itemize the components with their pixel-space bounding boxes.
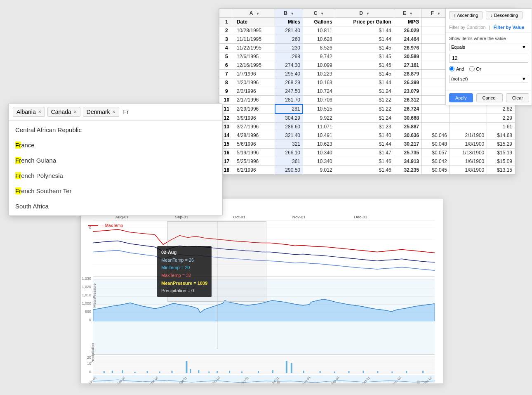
- radio-and[interactable]: And: [449, 66, 464, 71]
- list-item[interactable]: French Southern Ter: [9, 183, 222, 199]
- table-cell[interactable]: 286.60: [275, 123, 303, 131]
- table-cell[interactable]: 5/6/1996: [234, 140, 275, 149]
- table-cell[interactable]: 281.40: [275, 26, 303, 35]
- table-cell[interactable]: 12/16/1995: [234, 61, 275, 70]
- table-cell[interactable]: $0.042: [422, 157, 450, 166]
- sort-ascending-btn[interactable]: ↑ Ascending: [449, 11, 483, 19]
- col-header-c[interactable]: C ▼: [303, 9, 335, 18]
- table-cell[interactable]: 247.50: [275, 87, 303, 96]
- tag-albania[interactable]: Albania ×: [13, 107, 45, 117]
- table-cell[interactable]: 9.012: [303, 166, 335, 175]
- table-cell[interactable]: 1.61: [487, 123, 515, 131]
- table-cell[interactable]: $1.47: [335, 149, 394, 157]
- list-item[interactable]: France: [9, 137, 222, 153]
- list-item[interactable]: South Africa: [9, 199, 222, 214]
- table-cell[interactable]: $1.46: [335, 157, 394, 166]
- filter-clear-btn[interactable]: Clear: [506, 93, 529, 102]
- table-cell[interactable]: $1.44: [335, 140, 394, 149]
- table-cell[interactable]: 304.29: [275, 114, 303, 123]
- table-cell[interactable]: 10.515: [303, 104, 335, 114]
- table-cell[interactable]: 8.526: [303, 44, 335, 52]
- table-cell[interactable]: 30.217: [394, 140, 422, 149]
- table-cell[interactable]: 6/2/1996: [234, 166, 275, 175]
- table-cell[interactable]: 2/17/1996: [234, 96, 275, 105]
- tag-remove[interactable]: ×: [38, 109, 41, 115]
- table-cell[interactable]: 8: [219, 78, 234, 87]
- table-cell[interactable]: 1/20/1996: [234, 78, 275, 87]
- table-cell[interactable]: 2/1/1900: [450, 131, 487, 140]
- list-item[interactable]: Central African Republic: [9, 122, 222, 137]
- table-cell[interactable]: $1.22: [335, 104, 394, 114]
- table-cell[interactable]: 32.235: [394, 166, 422, 175]
- table-cell[interactable]: $15.19: [487, 149, 515, 157]
- table-cell[interactable]: 26.029: [394, 26, 422, 35]
- table-cell[interactable]: 12/6/1995: [234, 52, 275, 61]
- table-cell[interactable]: 281: [275, 104, 303, 114]
- table-cell[interactable]: 5/25/1996: [234, 157, 275, 166]
- table-cell[interactable]: $13.15: [487, 166, 515, 175]
- table-cell[interactable]: 9.742: [303, 52, 335, 61]
- table-cell[interactable]: 34.913: [394, 157, 422, 166]
- table-cell[interactable]: 298: [275, 52, 303, 61]
- table-cell[interactable]: 1/7/1996: [234, 70, 275, 78]
- table-cell[interactable]: 3/9/1996: [234, 114, 275, 123]
- table-cell[interactable]: 1/13/1900: [450, 149, 487, 157]
- table-cell[interactable]: 10.491: [303, 131, 335, 140]
- table-cell[interactable]: 5/19/1996: [234, 149, 275, 157]
- table-cell[interactable]: 321: [275, 140, 303, 149]
- table-cell[interactable]: 2/3/1996: [234, 87, 275, 96]
- table-cell[interactable]: 28.879: [394, 70, 422, 78]
- table-cell[interactable]: 10/28/1995: [234, 26, 275, 35]
- table-cell[interactable]: 268.29: [275, 78, 303, 87]
- table-cell[interactable]: 281.70: [275, 96, 303, 105]
- table-cell[interactable]: $0.045: [422, 166, 450, 175]
- list-item[interactable]: French Polynesia: [9, 168, 222, 183]
- table-cell[interactable]: [450, 104, 487, 114]
- filter-value-input[interactable]: [449, 54, 528, 63]
- col-header-a[interactable]: A ▼: [234, 9, 275, 18]
- table-cell[interactable]: 361: [275, 157, 303, 166]
- table-cell[interactable]: 10.229: [303, 70, 335, 78]
- table-cell[interactable]: [422, 114, 450, 123]
- table-cell[interactable]: $1.22: [335, 96, 394, 105]
- table-cell[interactable]: 4: [219, 44, 234, 52]
- table-cell[interactable]: 1/8/1900: [450, 166, 487, 175]
- table-cell[interactable]: $1.44: [335, 35, 394, 44]
- filter-apply-btn[interactable]: Apply: [449, 93, 473, 102]
- table-cell[interactable]: 3/27/1996: [234, 123, 275, 131]
- filter-cancel-btn[interactable]: Cancel: [476, 93, 503, 102]
- table-cell[interactable]: $1.44: [335, 78, 394, 87]
- table-cell[interactable]: 26.399: [394, 78, 422, 87]
- filter-by-condition-label[interactable]: Filter by Condition: [449, 25, 486, 30]
- table-cell[interactable]: 30.636: [394, 131, 422, 140]
- table-cell[interactable]: 10.340: [303, 157, 335, 166]
- table-cell[interactable]: $0.048: [422, 140, 450, 149]
- table-cell[interactable]: 1/8/1900: [450, 140, 487, 149]
- table-cell[interactable]: 7: [219, 70, 234, 78]
- table-cell[interactable]: 26.724: [394, 104, 422, 114]
- table-cell[interactable]: 2.29: [487, 114, 515, 123]
- table-cell[interactable]: 9.922: [303, 114, 335, 123]
- table-cell[interactable]: 10.628: [303, 35, 335, 44]
- col-header-d[interactable]: D ▼: [335, 9, 394, 18]
- table-cell[interactable]: 290.50: [275, 166, 303, 175]
- table-cell[interactable]: 10.706: [303, 96, 335, 105]
- table-cell[interactable]: 10.623: [303, 140, 335, 149]
- table-cell[interactable]: 260: [275, 35, 303, 44]
- table-cell[interactable]: 27.161: [394, 61, 422, 70]
- table-cell[interactable]: [450, 114, 487, 123]
- table-cell[interactable]: $1.45: [335, 61, 394, 70]
- table-cell[interactable]: $1.24: [335, 114, 394, 123]
- list-item[interactable]: French Guiana: [9, 153, 222, 168]
- table-cell[interactable]: [422, 104, 450, 114]
- table-cell[interactable]: 25.735: [394, 149, 422, 157]
- table-cell[interactable]: 10.099: [303, 61, 335, 70]
- table-cell[interactable]: 6: [219, 61, 234, 70]
- table-cell[interactable]: $1.24: [335, 87, 394, 96]
- table-cell[interactable]: 9: [219, 87, 234, 96]
- table-cell[interactable]: 26.312: [394, 96, 422, 105]
- table-cell[interactable]: 10.811: [303, 26, 335, 35]
- table-cell[interactable]: $14.68: [487, 131, 515, 140]
- table-cell[interactable]: 2/29/1996: [234, 104, 275, 114]
- table-cell[interactable]: 10.163: [303, 78, 335, 87]
